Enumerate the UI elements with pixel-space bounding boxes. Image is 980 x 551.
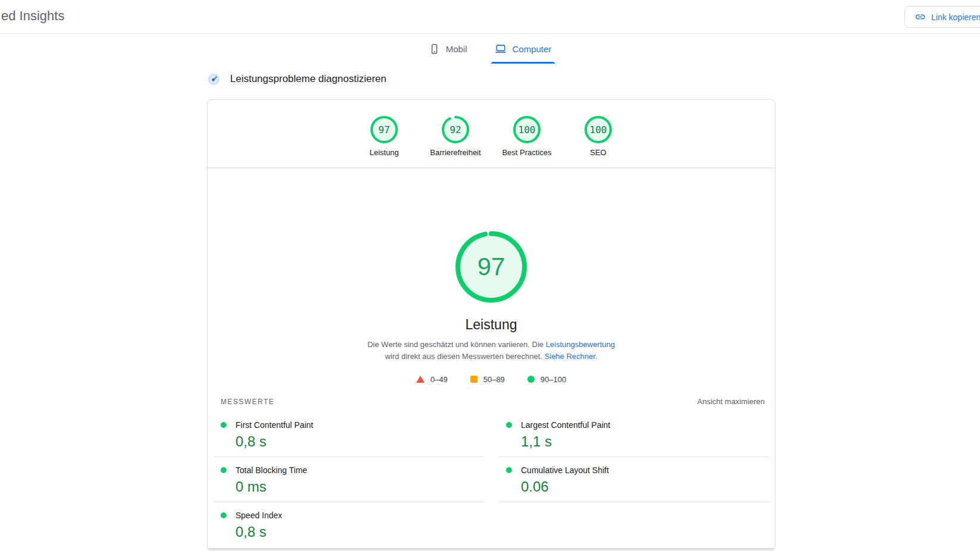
score-item-accessibility[interactable]: 92 Barrierefreiheit — [420, 116, 491, 157]
laptop-icon — [495, 43, 507, 55]
tab-mobile-label: Mobil — [446, 44, 467, 54]
performance-gauge-label: Leistung — [208, 316, 775, 333]
diagnose-heading: Leistungsprobleme diagnostizieren — [208, 70, 387, 88]
green-circle-icon — [527, 376, 535, 383]
tab-desktop-label: Computer — [513, 44, 552, 54]
gauge-desc-text1: Die Werte sind geschätzt und können vari… — [368, 340, 546, 349]
metric-name: Speed Index — [235, 511, 282, 520]
see-calculator-link[interactable]: Siehe Rechner. — [545, 352, 598, 361]
category-scores-row: 97 Leistung 92 Barrierefreiheit 100 Best… — [208, 100, 775, 168]
copy-link-button[interactable]: Link kopieren — [904, 6, 980, 28]
diagnose-title: Leistungsprobleme diagnostizieren — [230, 73, 387, 85]
smartphone-icon — [429, 43, 440, 55]
score-item-seo[interactable]: 100 SEO — [563, 116, 634, 157]
section-divider — [208, 548, 775, 550]
tab-desktop[interactable]: Computer — [491, 34, 555, 64]
score-item-performance[interactable]: 97 Leistung — [348, 116, 420, 157]
gauge-desc-text2: wird direkt aus diesen Messwerten berech… — [385, 352, 545, 361]
metric-name: First Contentful Paint — [235, 420, 313, 430]
device-tabs: Mobil Computer — [0, 34, 980, 64]
metric-cumulative-layout-shift: Cumulative Layout Shift 0.06 — [499, 457, 769, 502]
performance-scoring-link[interactable]: Leistungsbewertung — [546, 340, 615, 349]
gauge-description: Die Werte sind geschätzt und können vari… — [208, 339, 775, 363]
metric-value: 0,8 s — [235, 522, 483, 541]
metric-first-contentful-paint: First Contentful Paint 0,8 s — [213, 412, 483, 457]
metrics-grid: First Contentful Paint 0,8 s Largest Con… — [208, 412, 775, 547]
pagespeed-logo-icon — [208, 73, 220, 86]
metric-name: Total Blocking Time — [235, 465, 307, 475]
gauge-description-line1: Die Werte sind geschätzt und können vari… — [208, 339, 775, 351]
metric-value: 1,1 s — [521, 432, 769, 451]
best-practices-score-label: Best Practices — [491, 148, 563, 157]
green-dot-icon — [221, 422, 227, 428]
metric-name: Largest Contentful Paint — [521, 420, 610, 430]
seo-score-value: 100 — [585, 116, 612, 143]
copy-link-label: Link kopieren — [931, 12, 980, 22]
green-dot-icon — [221, 467, 227, 473]
performance-score-value: 97 — [370, 116, 398, 143]
expand-view-button[interactable]: Ansicht maximieren — [698, 396, 765, 407]
metric-value: 0,8 s — [235, 432, 483, 451]
seo-score-label: SEO — [563, 148, 634, 157]
app-title[interactable]: ed Insights — [1, 8, 64, 24]
score-legend: 0–49 50–89 90–100 — [208, 374, 775, 384]
metrics-header: MESSWERTE Ansicht maximieren — [221, 396, 765, 407]
legend-item-average: 50–89 — [470, 375, 505, 384]
performance-score-label: Leistung — [348, 148, 420, 157]
tab-mobile[interactable]: Mobil — [425, 34, 471, 64]
performance-gauge: 97 — [456, 231, 527, 303]
top-bar: ed Insights Link kopieren — [0, 0, 980, 34]
green-dot-icon — [506, 467, 512, 473]
best-practices-score-value: 100 — [513, 116, 541, 143]
performance-gauge-section: 97 Leistung Die Werte sind geschätzt und… — [208, 231, 775, 384]
red-triangle-icon — [416, 376, 425, 383]
green-dot-icon — [506, 422, 512, 428]
report-card: 97 Leistung 92 Barrierefreiheit 100 Best… — [207, 99, 775, 551]
metric-value: 0.06 — [521, 477, 769, 496]
metric-speed-index: Speed Index 0,8 s — [213, 502, 483, 547]
metric-name: Cumulative Layout Shift — [521, 465, 609, 475]
gauge-description-line2: wird direkt aus diesen Messwerten berech… — [208, 351, 775, 363]
score-item-best-practices[interactable]: 100 Best Practices — [491, 116, 563, 157]
metrics-section-title: MESSWERTE — [221, 396, 275, 407]
legend-item-fail: 0–49 — [416, 375, 448, 384]
legend-average-range: 50–89 — [483, 375, 505, 384]
pagespeed-insights-page: ed Insights Link kopieren Mobil Computer — [0, 0, 980, 551]
legend-fail-range: 0–49 — [431, 375, 448, 384]
accessibility-score-label: Barrierefreiheit — [420, 148, 491, 157]
legend-item-pass: 90–100 — [527, 375, 566, 384]
metric-largest-contentful-paint: Largest Contentful Paint 1,1 s — [499, 412, 769, 457]
performance-gauge-value: 97 — [456, 231, 527, 303]
metric-value: 0 ms — [235, 477, 483, 496]
metric-total-blocking-time: Total Blocking Time 0 ms — [213, 457, 483, 502]
green-dot-icon — [221, 512, 227, 518]
accessibility-score-value: 92 — [442, 116, 469, 143]
link-icon — [915, 11, 926, 23]
legend-pass-range: 90–100 — [541, 375, 566, 384]
orange-square-icon — [470, 376, 478, 383]
